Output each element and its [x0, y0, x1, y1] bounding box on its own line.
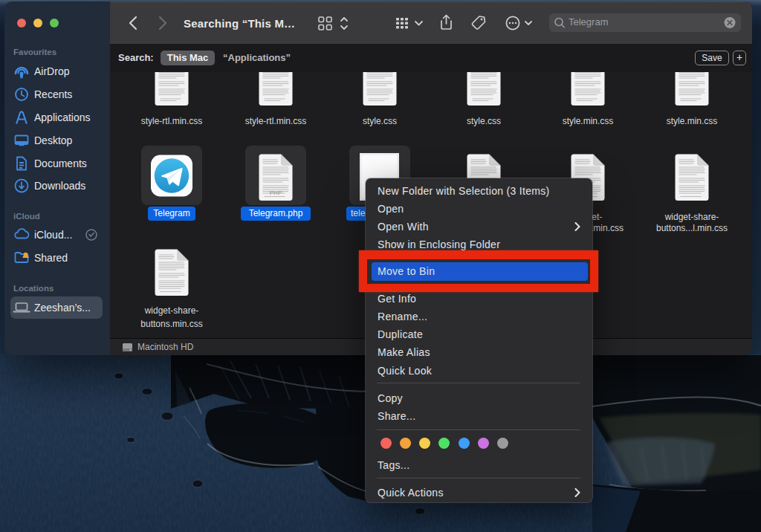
- svg-text:PHP: PHP: [270, 189, 282, 196]
